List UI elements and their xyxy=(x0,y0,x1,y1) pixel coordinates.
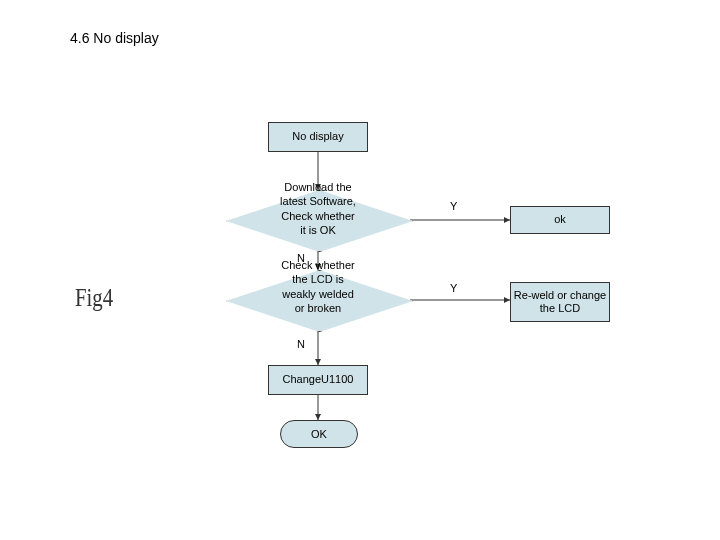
edge-n-2: N xyxy=(297,338,305,350)
node-result-ok: ok xyxy=(510,206,610,234)
node-start: No display xyxy=(268,122,368,152)
flow-connectors xyxy=(0,0,720,540)
node-decision-software xyxy=(226,190,413,252)
section-title: 4.6 No display xyxy=(70,30,159,46)
node-result-reweld: Re-weld or change the LCD xyxy=(510,282,610,322)
edge-y-2: Y xyxy=(450,282,457,294)
edge-n-1: N xyxy=(297,252,305,264)
node-decision-lcd xyxy=(226,270,413,332)
figure-label: Fig4 xyxy=(75,283,113,313)
node-change-u1100: ChangeU1100 xyxy=(268,365,368,395)
node-terminator-ok: OK xyxy=(280,420,358,448)
edge-y-1: Y xyxy=(450,200,457,212)
